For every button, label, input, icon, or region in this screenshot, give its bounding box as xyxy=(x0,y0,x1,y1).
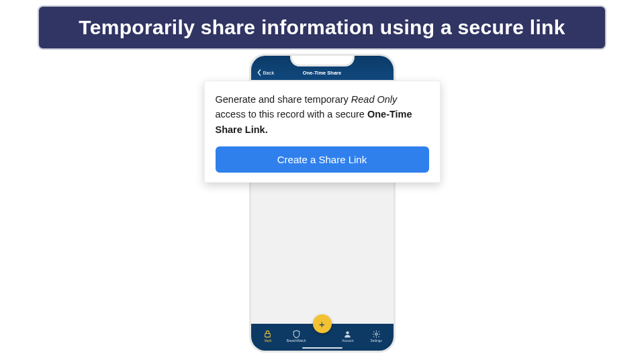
svg-point-2 xyxy=(375,332,377,335)
person-icon xyxy=(343,330,352,339)
banner-title-text: Temporarily share information using a se… xyxy=(79,16,565,38)
tab-label: BreachWatch xyxy=(287,339,306,343)
callout-text-prefix: Generate and share temporary xyxy=(216,94,351,105)
tab-settings[interactable]: Settings xyxy=(364,330,388,343)
back-button[interactable]: Back xyxy=(257,69,275,76)
chevron-left-icon xyxy=(257,69,262,76)
callout-text-mid: access to this record with a secure xyxy=(216,109,367,120)
plus-icon: + xyxy=(319,319,325,329)
page-title: One-Time Share xyxy=(303,70,341,76)
tab-label: Account xyxy=(342,339,353,343)
shield-icon xyxy=(292,330,301,339)
tab-breachwatch[interactable]: BreachWatch xyxy=(284,330,308,343)
tab-label: Vault xyxy=(264,339,271,343)
tab-account[interactable]: Account xyxy=(336,330,360,343)
tab-vault[interactable]: Vault xyxy=(256,330,280,343)
share-callout-card: Generate and share temporary Read Only a… xyxy=(204,81,441,183)
home-indicator xyxy=(302,347,342,349)
callout-description: Generate and share temporary Read Only a… xyxy=(216,92,429,137)
share-button-label: Create a Share Link xyxy=(277,154,367,165)
phone-notch xyxy=(290,54,355,66)
svg-rect-0 xyxy=(265,333,271,337)
title-banner: Temporarily share information using a se… xyxy=(38,5,606,50)
add-button[interactable]: + xyxy=(313,314,332,333)
create-share-link-button[interactable]: Create a Share Link xyxy=(216,146,429,173)
callout-readonly-text: Read Only xyxy=(351,94,398,105)
gear-icon xyxy=(372,330,381,339)
svg-point-1 xyxy=(347,331,349,334)
tab-label: Settings xyxy=(371,339,382,343)
back-label: Back xyxy=(263,70,275,76)
lock-icon xyxy=(263,330,272,339)
